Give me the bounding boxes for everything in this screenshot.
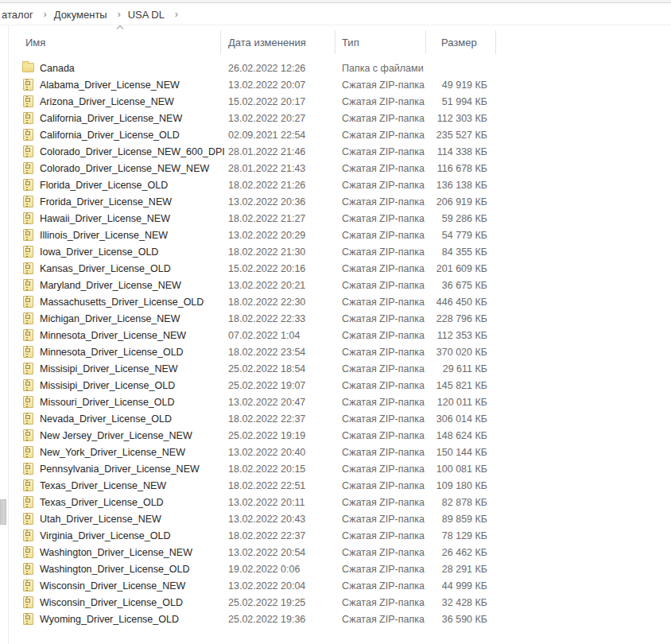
file-size: 100 081 КБ: [405, 460, 487, 477]
file-row[interactable]: Texas_Driver_License_OLD 13.02.2022 20:1…: [8, 494, 671, 510]
file-row[interactable]: New Jersey_Driver_License_NEW 25.02.2022…: [8, 427, 671, 444]
column-header-type[interactable]: Тип: [335, 30, 425, 54]
zip-archive-icon: [23, 580, 33, 592]
file-name: Frorida_Driver_License_NEW: [40, 193, 172, 210]
zip-archive-icon: [23, 246, 33, 258]
breadcrumb-chevron-icon[interactable]: ›: [112, 9, 126, 20]
file-row[interactable]: Washington_Driver_License_OLD 19.02.2022…: [8, 561, 671, 577]
file-date-modified: 13.02.2022 20:21: [228, 277, 305, 293]
file-date-modified: 25.02.2022 19:07: [228, 377, 305, 394]
file-row[interactable]: Florida_Driver_License_OLD 18.02.2022 21…: [8, 177, 671, 193]
zip-archive-icon: [23, 262, 33, 274]
zip-archive-icon: [23, 496, 33, 508]
file-name: Kansas_Driver_License_OLD: [40, 260, 171, 277]
file-date-modified: 13.02.2022 20:11: [228, 494, 304, 510]
file-size: 36 675 КБ: [405, 277, 487, 293]
file-row[interactable]: New_York_Driver_License_NEW 13.02.2022 2…: [8, 444, 671, 460]
file-date-modified: 28.01.2022 21:43: [228, 160, 305, 177]
file-row[interactable]: Missisipi_Driver_License_OLD 25.02.2022 …: [8, 377, 671, 394]
file-row[interactable]: Colorado_Driver_License_NEW_NEW 28.01.20…: [8, 160, 671, 177]
file-date-modified: 13.02.2022 20:27: [228, 110, 305, 126]
file-row[interactable]: Missouri_Driver_License_OLD 13.02.2022 2…: [8, 394, 671, 410]
file-row[interactable]: California_Driver_License_NEW 13.02.2022…: [8, 110, 671, 126]
file-size: 120 011 КБ: [405, 394, 487, 410]
file-name: Hawaii_Driver_License_NEW: [40, 210, 170, 227]
breadcrumb-item-catalog[interactable]: аталог: [0, 7, 38, 22]
file-row[interactable]: Missisipi_Driver_License_NEW 25.02.2022 …: [8, 360, 671, 377]
file-row[interactable]: Pennsylvania_Driver_License_NEW 18.02.20…: [8, 460, 671, 477]
column-divider[interactable]: [220, 30, 221, 54]
zip-archive-icon: [23, 396, 33, 408]
column-header-name[interactable]: Имя: [8, 30, 220, 54]
file-size: 136 138 КБ: [405, 177, 487, 193]
file-date-modified: 18.02.2022 20:15: [228, 460, 305, 477]
zip-archive-icon: [23, 563, 33, 575]
file-row[interactable]: Utah_Driver_License_NEW 13.02.2022 20:43…: [8, 510, 671, 527]
file-size: 235 527 КБ: [405, 126, 487, 143]
file-size: 206 919 КБ: [405, 193, 487, 210]
column-divider[interactable]: [495, 30, 496, 54]
file-date-modified: 13.02.2022 20:43: [228, 510, 305, 527]
file-row[interactable]: Iowa_Driver_License_OLD 18.02.2022 21:30…: [8, 243, 671, 260]
zip-archive-icon: [23, 463, 33, 475]
zip-archive-icon: [23, 312, 33, 324]
file-row[interactable]: Wyoming_Driver_License_OLD 25.02.2022 19…: [8, 611, 671, 627]
file-row[interactable]: Virginia_Driver_License_OLD 18.02.2022 2…: [8, 527, 671, 544]
file-row[interactable]: Michigan_Driver_License_NEW 18.02.2022 2…: [8, 310, 671, 327]
left-scrollbar-thumb[interactable]: [0, 499, 6, 525]
zip-archive-icon: [23, 413, 33, 425]
file-date-modified: 18.02.2022 21:26: [228, 177, 305, 193]
file-name: Canada: [40, 60, 75, 76]
file-row[interactable]: Nevada_Driver_License_OLD 18.02.2022 22:…: [8, 410, 671, 427]
breadcrumb-chevron-icon[interactable]: ›: [169, 9, 184, 20]
zip-archive-icon: [23, 446, 33, 458]
window-top-strip: [0, 0, 671, 3]
file-row[interactable]: Frorida_Driver_License_NEW 13.02.2022 20…: [8, 193, 671, 210]
file-list: Canada 26.02.2022 12:26 Папка с файлами …: [8, 60, 671, 627]
file-row[interactable]: Wisconsin_Driver_License_OLD 25.02.2022 …: [8, 594, 671, 611]
zip-archive-icon: [23, 129, 33, 141]
file-name: Virginia_Driver_License_OLD: [40, 527, 170, 544]
file-row[interactable]: Arizona_Driver_License_NEW 15.02.2022 20…: [8, 93, 671, 110]
file-row[interactable]: Kansas_Driver_License_OLD 15.02.2022 20:…: [8, 260, 671, 277]
breadcrumb-chevron-icon[interactable]: ›: [38, 9, 52, 20]
column-header-date[interactable]: Дата изменения: [220, 30, 335, 54]
column-divider[interactable]: [425, 30, 426, 54]
file-name: California_Driver_License_OLD: [40, 126, 180, 143]
file-date-modified: 18.02.2022 22:30: [228, 293, 305, 310]
column-divider[interactable]: [335, 30, 336, 54]
file-name: Iowa_Driver_License_OLD: [40, 243, 158, 260]
file-row[interactable]: California_Driver_License_OLD 02.09.2021…: [8, 126, 671, 143]
zip-archive-icon: [23, 329, 33, 341]
breadcrumb-item-usa-dl[interactable]: USA DL: [126, 7, 169, 22]
breadcrumb-item-documents[interactable]: Документы: [52, 7, 112, 22]
file-row[interactable]: Minnesota_Driver_License_OLD 18.02.2022 …: [8, 343, 671, 360]
file-row[interactable]: Wisconsin_Driver_License_NEW 13.02.2022 …: [8, 577, 671, 594]
zip-archive-icon: [23, 179, 33, 191]
file-row[interactable]: Illinois_Driver_License_NEW 13.02.2022 2…: [8, 227, 671, 243]
file-row[interactable]: Texas_Driver_License_NEW 18.02.2022 22:5…: [8, 477, 671, 494]
file-name: Colorado_Driver_License_NEW_NEW: [40, 160, 209, 177]
file-size: 370 020 КБ: [405, 343, 487, 360]
file-row[interactable]: Massachusetts_Driver_License_OLD 18.02.2…: [8, 293, 671, 310]
file-name: Minnesota_Driver_License_NEW: [40, 327, 186, 343]
file-size: 116 678 КБ: [405, 160, 487, 177]
file-row[interactable]: Minnesota_Driver_License_NEW 07.02.2022 …: [8, 327, 671, 343]
file-row[interactable]: Hawaii_Driver_License_NEW 18.02.2022 21:…: [8, 210, 671, 227]
file-row[interactable]: Canada 26.02.2022 12:26 Папка с файлами: [8, 60, 671, 76]
zip-archive-icon: [23, 212, 33, 224]
file-size: 29 611 КБ: [405, 360, 487, 377]
file-size: [405, 60, 487, 76]
file-size: 32 428 КБ: [405, 594, 487, 611]
file-date-modified: 02.09.2021 22:54: [228, 126, 305, 143]
file-row[interactable]: Colorado_Driver_License_NEW_600_DPI 28.0…: [8, 143, 671, 160]
column-header-size[interactable]: Размер: [425, 30, 495, 54]
zip-archive-icon: [23, 346, 33, 358]
file-date-modified: 07.02.2022 1:04: [228, 327, 300, 343]
file-row[interactable]: Maryland_Driver_License_NEW 13.02.2022 2…: [8, 277, 671, 293]
file-size: 114 338 КБ: [405, 143, 487, 160]
file-row[interactable]: Alabama_Driver_License_NEW 13.02.2022 20…: [8, 76, 671, 93]
file-date-modified: 13.02.2022 20:29: [228, 227, 305, 243]
file-date-modified: 18.02.2022 22:37: [228, 410, 305, 427]
file-row[interactable]: Washington_Driver_License_NEW 13.02.2022…: [8, 544, 671, 561]
